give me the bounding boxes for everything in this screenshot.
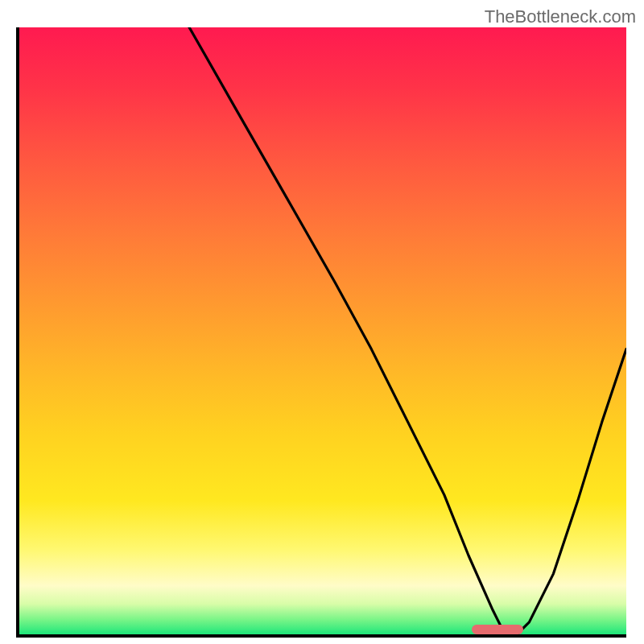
chart-plot-area: [16, 27, 626, 638]
chart-container: TheBottleneck.com: [0, 0, 644, 644]
watermark-text: TheBottleneck.com: [485, 6, 636, 27]
gradient-background: [19, 27, 626, 634]
optimal-range-marker: [472, 625, 523, 634]
